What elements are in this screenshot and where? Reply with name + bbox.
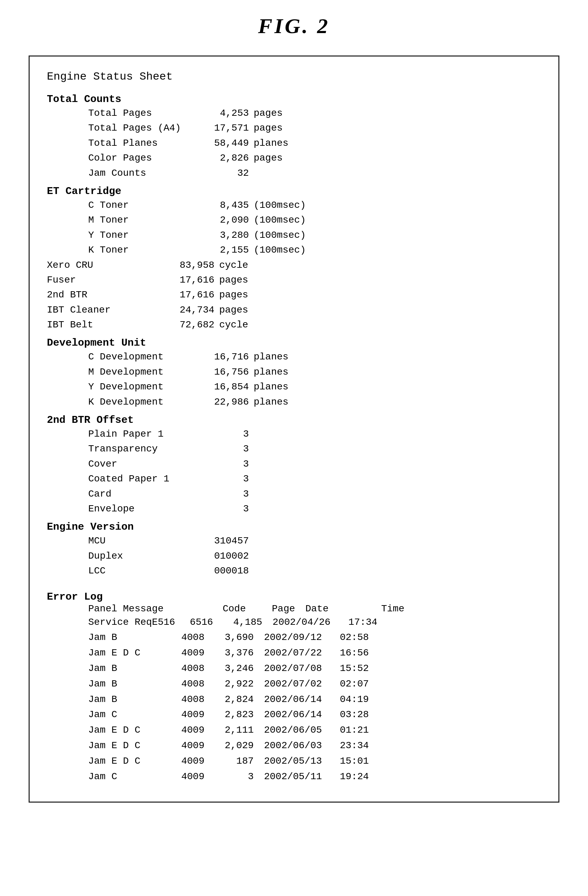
table-row: Jam B 4008 3,246 2002/07/08 15:52 — [47, 661, 541, 677]
list-item: Xero CRU 83,958 cycle — [47, 258, 541, 273]
list-item: Plain Paper 1 3 — [47, 427, 541, 442]
list-item: C Development 16,716 planes — [47, 349, 541, 364]
list-item: LCC 000018 — [47, 564, 541, 578]
list-item: K Development 22,986 planes — [47, 395, 541, 409]
list-item: Y Toner 3,280 (100msec) — [47, 228, 541, 242]
list-item: Y Development 16,854 planes — [47, 379, 541, 394]
table-row: Jam E D C 4009 3,376 2002/07/22 16:56 — [47, 646, 541, 661]
table-row: Jam C 4009 3 2002/05/11 19:24 — [47, 769, 541, 785]
list-item: Color Pages 2,826 pages — [47, 151, 541, 165]
list-item: Total Planes 58,449 planes — [47, 136, 541, 151]
btr-offset-header: 2nd BTR Offset — [47, 414, 541, 426]
table-row: Service Req E516 6516 4,185 2002/04/26 1… — [47, 615, 541, 630]
list-item: MCU 310457 — [47, 533, 541, 548]
list-item: Duplex 010002 — [47, 549, 541, 564]
table-row: Jam E D C 4009 2,029 2002/06/03 23:34 — [47, 738, 541, 754]
table-row: Jam B 4008 3,690 2002/09/12 02:58 — [47, 630, 541, 646]
list-item: IBT Cleaner 24,734 pages — [47, 303, 541, 317]
list-item: M Development 16,756 planes — [47, 364, 541, 379]
list-item: K Toner 2,155 (100msec) — [47, 242, 541, 258]
list-item: Card 3 — [47, 487, 541, 501]
error-log-header: Error Log — [47, 591, 541, 603]
sheet-title: Engine Status Sheet — [47, 70, 541, 83]
list-item: Total Pages 4,253 pages — [47, 106, 541, 120]
et-cartridge-header: ET Cartridge — [47, 185, 541, 197]
error-log-section: Error Log Panel Message Code Page Date T… — [47, 591, 541, 785]
list-item: 2nd BTR 17,616 pages — [47, 287, 541, 302]
table-row: Jam E D C 4009 187 2002/05/13 15:01 — [47, 754, 541, 769]
error-log-column-headers: Panel Message Code Page Date Time — [47, 603, 541, 614]
table-row: Jam B 4008 2,824 2002/06/14 04:19 — [47, 692, 541, 707]
list-item: Total Pages (A4) 17,571 pages — [47, 120, 541, 136]
table-row: Jam B 4008 2,922 2002/07/02 02:07 — [47, 677, 541, 692]
total-counts-header: Total Counts — [47, 93, 541, 105]
engine-version-header: Engine Version — [47, 521, 541, 533]
list-item: Transparency 3 — [47, 442, 541, 456]
list-item: Coated Paper 1 3 — [47, 471, 541, 486]
list-item: Cover 3 — [47, 457, 541, 471]
list-item: Jam Counts 32 — [47, 166, 541, 181]
table-row: Jam E D C 4009 2,111 2002/06/05 01:21 — [47, 723, 541, 738]
list-item: Envelope 3 — [47, 501, 541, 516]
development-unit-header: Development Unit — [47, 337, 541, 349]
list-item: C Toner 8,435 (100msec) — [47, 198, 541, 213]
status-sheet: Engine Status Sheet Total Counts Total P… — [29, 55, 559, 803]
list-item: M Toner 2,090 (100msec) — [47, 213, 541, 227]
page-title: FIG. 2 — [258, 14, 330, 38]
table-row: Jam C 4009 2,823 2002/06/14 03:28 — [47, 707, 541, 723]
list-item: Fuser 17,616 pages — [47, 273, 541, 287]
list-item: IBT Belt 72,682 cycle — [47, 317, 541, 332]
